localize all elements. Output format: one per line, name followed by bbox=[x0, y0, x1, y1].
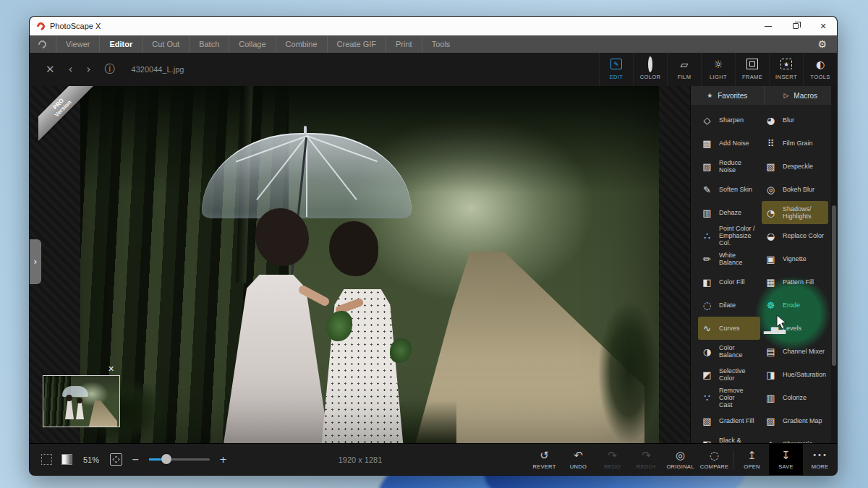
menu-print[interactable]: Print bbox=[386, 35, 422, 53]
more-button[interactable]: ••• MORE bbox=[803, 444, 837, 475]
pro-version-ribbon: PRO Version bbox=[38, 86, 98, 145]
replace-color-icon: ◒ bbox=[764, 229, 778, 243]
menu-creategif[interactable]: Create GIF bbox=[327, 35, 386, 53]
despeckle-icon: ▧ bbox=[764, 160, 778, 174]
undo-button[interactable]: ↶ UNDO bbox=[561, 444, 595, 475]
tab-edit[interactable]: ✎ EDIT bbox=[599, 53, 633, 86]
menu-cutout[interactable]: Cut Out bbox=[142, 35, 189, 53]
redo-plus-button[interactable]: ↷ REDO+ bbox=[629, 444, 663, 475]
photoscape-logo-icon bbox=[35, 20, 46, 31]
menu-batch[interactable]: Batch bbox=[189, 35, 229, 53]
close-button[interactable]: ✕ bbox=[809, 17, 837, 35]
scrollbar-thumb[interactable] bbox=[832, 205, 836, 366]
film-grain-icon: ⠿ bbox=[764, 137, 778, 150]
filter-film-grain[interactable]: ⠿Film Grain bbox=[762, 132, 828, 155]
settings-gear-icon[interactable]: ⚙ bbox=[817, 38, 827, 50]
zoom-slider[interactable] bbox=[149, 458, 210, 461]
filter-shadows-highlights[interactable]: ◔Shadows/ Highlights bbox=[762, 201, 828, 224]
previous-image-icon[interactable]: ‹ bbox=[69, 63, 73, 76]
filter-dehaze[interactable]: ▥Dehaze bbox=[698, 201, 760, 224]
remove-color-cast-icon: ∵ bbox=[700, 391, 714, 405]
tab-frame[interactable]: FRAME bbox=[735, 53, 769, 86]
background-color-toggle-icon[interactable] bbox=[61, 454, 72, 465]
filter-hue-saturation[interactable]: ◨Hue/Saturation bbox=[762, 363, 828, 386]
filter-white-balance[interactable]: ✏White Balance bbox=[698, 247, 760, 270]
close-image-icon[interactable]: ✕ bbox=[46, 63, 55, 76]
filter-curves[interactable]: ∿Curves bbox=[698, 317, 760, 340]
tab-tools[interactable]: ◐ TOOLS bbox=[803, 53, 837, 86]
save-icon: ↧ bbox=[781, 450, 791, 461]
panel-scrollbar[interactable] bbox=[831, 86, 837, 443]
revert-button[interactable]: ↺ REVERT bbox=[527, 444, 561, 475]
left-panel-expander[interactable]: › bbox=[30, 239, 41, 284]
white-balance-icon: ✏ bbox=[700, 252, 714, 266]
menu-collage[interactable]: Collage bbox=[229, 35, 275, 53]
filter-add-noise[interactable]: ▩Add Noise bbox=[698, 132, 760, 155]
filter-blur[interactable]: ◕Blur bbox=[762, 108, 828, 132]
restore-button[interactable] bbox=[782, 17, 809, 35]
navigator-thumbnail[interactable] bbox=[43, 375, 120, 427]
filter-selective-color[interactable]: ◩Selective Color bbox=[698, 363, 760, 386]
channel-mixer-icon: ▤ bbox=[764, 345, 778, 359]
black-white-icon: ◧ bbox=[700, 437, 714, 444]
original-button[interactable]: ◎ ORIGINAL bbox=[663, 444, 697, 475]
filter-replace-color[interactable]: ◒Replace Color bbox=[762, 224, 828, 247]
filter-black-white[interactable]: ◧Black & White bbox=[698, 432, 760, 443]
next-image-icon[interactable]: › bbox=[87, 63, 91, 76]
macros-button[interactable]: ▷ Macros bbox=[764, 86, 838, 105]
tab-color[interactable]: COLOR bbox=[633, 53, 667, 86]
filter-point-color[interactable]: ∴Point Color / Emphasize Col. bbox=[698, 224, 760, 247]
menu-editor[interactable]: Editor bbox=[99, 35, 142, 53]
filter-soften-skin[interactable]: ✎Soften Skin bbox=[698, 178, 760, 201]
filter-color-balance[interactable]: ◑Color Balance bbox=[698, 340, 760, 363]
filter-vignette[interactable]: ▣Vignette bbox=[762, 247, 828, 270]
redo-button[interactable]: ↷ REDO bbox=[595, 444, 629, 475]
save-button[interactable]: ↧ SAVE bbox=[769, 444, 803, 475]
filter-bokeh-blur[interactable]: ◎Bokeh Blur bbox=[762, 178, 828, 201]
filter-erode[interactable]: ☸Erode bbox=[762, 294, 828, 317]
tab-film[interactable]: ▱ FILM bbox=[667, 53, 701, 86]
zoom-out-icon[interactable]: − bbox=[132, 454, 140, 465]
shadows-highlights-icon: ◔ bbox=[764, 206, 778, 220]
filter-despeckle[interactable]: ▧Despeckle bbox=[762, 155, 828, 178]
menu-combine[interactable]: Combine bbox=[276, 35, 327, 53]
fit-to-window-icon[interactable] bbox=[110, 453, 122, 466]
chevron-right-icon: › bbox=[34, 257, 38, 267]
open-button[interactable]: ↥ OPEN bbox=[735, 444, 769, 475]
filter-colorize[interactable]: ▥Colorize bbox=[762, 386, 828, 409]
filter-sharpen[interactable]: ◇Sharpen bbox=[698, 108, 760, 132]
menu-viewer[interactable]: Viewer bbox=[56, 35, 99, 53]
zoom-in-icon[interactable]: + bbox=[219, 454, 227, 465]
filter-color-fill[interactable]: ◧Color Fill bbox=[698, 270, 760, 294]
filter-gradient-fill[interactable]: ▧Gradient Fill bbox=[698, 409, 760, 432]
revert-icon: ↺ bbox=[540, 450, 549, 461]
compare-button[interactable]: ◌ COMPARE bbox=[697, 444, 731, 475]
favorites-button[interactable]: ★ Favorites bbox=[691, 86, 764, 105]
light-sun-icon: ☼ bbox=[714, 59, 723, 71]
statusbar: 51% − + 1920 x 1281 ↺ REVERT ↶ UNDO ↷ RE… bbox=[30, 443, 837, 475]
tab-insert[interactable]: ★ INSERT bbox=[769, 53, 803, 86]
zoom-slider-handle[interactable] bbox=[161, 454, 171, 464]
filter-dilate[interactable]: ◌Dilate bbox=[698, 294, 760, 317]
selection-marquee-icon[interactable] bbox=[41, 454, 52, 465]
filter-channel-mixer[interactable]: ▤Channel Mixer bbox=[762, 340, 828, 363]
edit-pencil-icon: ✎ bbox=[610, 59, 622, 69]
filter-remove-color-cast[interactable]: ∵Remove Color Cast bbox=[698, 386, 760, 409]
navigator-close-icon[interactable]: ✕ bbox=[108, 364, 114, 374]
photoscape-window: PhotoScape X ✕ Viewer Editor Cut Out Bat… bbox=[29, 16, 838, 476]
reduce-noise-icon: ▨ bbox=[700, 160, 714, 174]
image-info-icon[interactable]: ⓘ bbox=[105, 63, 115, 76]
menu-tools[interactable]: Tools bbox=[422, 35, 460, 53]
minimize-button[interactable] bbox=[754, 17, 782, 35]
add-noise-icon: ▩ bbox=[700, 137, 714, 150]
filter-chromatic[interactable]: △Chromatic bbox=[762, 432, 828, 443]
filter-levels[interactable]: ▂▅▃Levels bbox=[762, 317, 828, 340]
filter-gradient-map[interactable]: ▨Gradient Map bbox=[762, 409, 828, 432]
gradient-fill-icon: ▧ bbox=[700, 414, 714, 428]
navigator-art bbox=[66, 395, 72, 401]
photo-image[interactable] bbox=[80, 86, 659, 443]
filter-pattern-fill[interactable]: ▦Pattern Fill bbox=[762, 270, 828, 294]
film-icon: ▱ bbox=[681, 59, 689, 71]
tab-light[interactable]: ☼ LIGHT bbox=[701, 53, 735, 86]
filter-reduce-noise[interactable]: ▨Reduce Noise bbox=[698, 155, 760, 178]
